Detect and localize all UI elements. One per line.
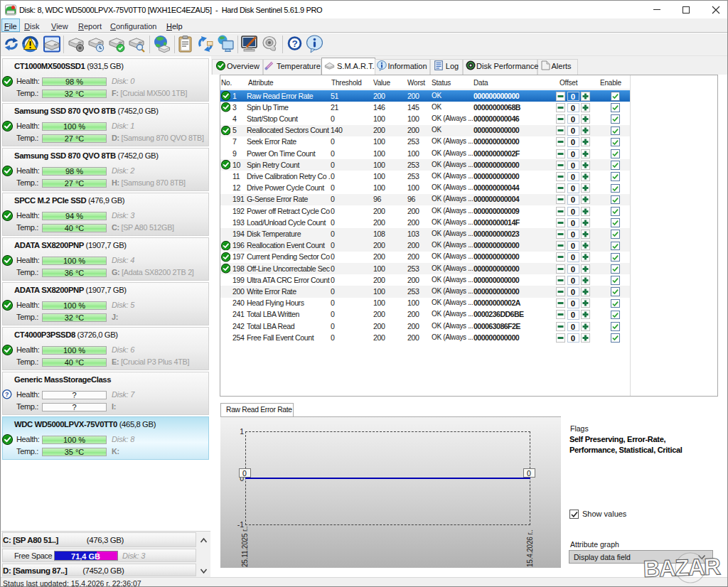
svg-text:?: ?: [291, 38, 297, 49]
svg-text:BAZAR: BAZAR: [643, 553, 722, 582]
svg-text:?: ?: [5, 391, 9, 398]
